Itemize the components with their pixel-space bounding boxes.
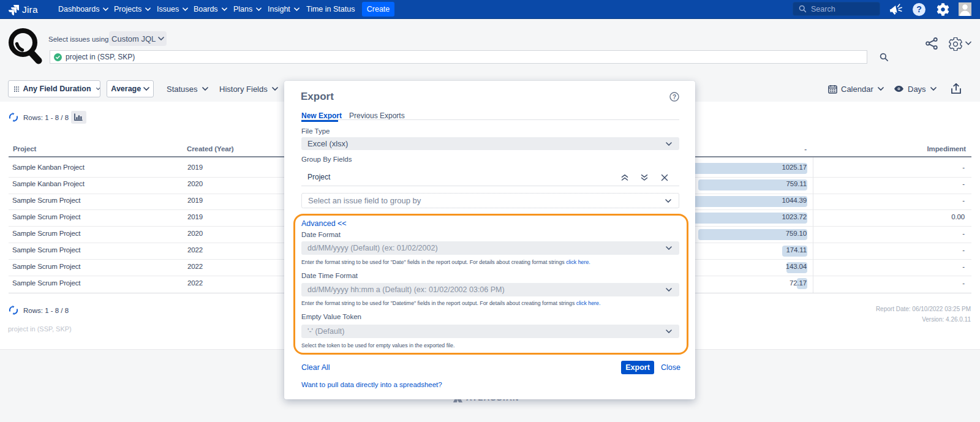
svg-text:?: ?: [673, 94, 676, 100]
